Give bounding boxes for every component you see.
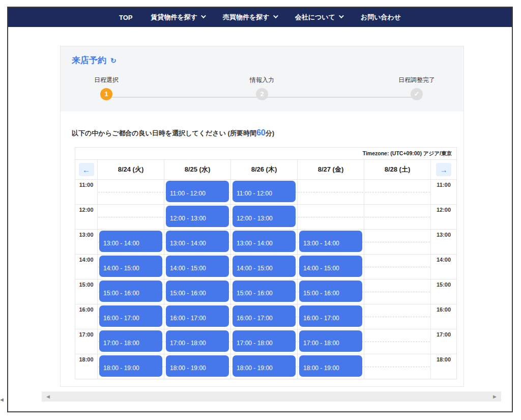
calendar-cell	[364, 329, 431, 354]
nav-item-label: TOP	[119, 14, 133, 21]
calendar-cell	[364, 279, 431, 304]
calendar-cell	[364, 304, 431, 329]
step-1: 日程選択1	[94, 76, 119, 100]
time-slot-button[interactable]: 14:00 - 15:00	[299, 256, 362, 277]
scroll-right-icon[interactable]: ▶	[493, 395, 497, 399]
prev-week-button[interactable]: ←	[79, 163, 94, 176]
time-slot-button[interactable]: 13:00 - 14:00	[299, 231, 362, 252]
title-row: 来店予約 ↻	[72, 54, 117, 66]
reservation-card: 来店予約 ↻ 日程選択1情報入力2日程調整完了✓ 以下の中からご都合の良い日時を…	[60, 46, 464, 387]
calendar-cell: 14:00 - 15:00	[231, 254, 298, 279]
time-slot-button[interactable]: 16:00 - 17:00	[99, 305, 162, 327]
time-label-left: 14:00	[75, 254, 98, 279]
time-slot-button[interactable]: 14:00 - 15:00	[99, 256, 162, 277]
time-slot-button[interactable]: 13:00 - 14:00	[233, 231, 296, 252]
next-week-button[interactable]: →	[436, 163, 451, 176]
calendar-cell: 14:00 - 15:00	[298, 254, 364, 279]
step-number: 1	[100, 88, 112, 100]
time-slot-button[interactable]: 14:00 - 15:00	[166, 256, 229, 277]
time-slot-button[interactable]: 15:00 - 16:00	[233, 281, 296, 302]
nav-item-menu[interactable]: 売買物件を探す	[223, 13, 277, 22]
time-slot-button[interactable]: 16:00 - 17:00	[166, 305, 229, 327]
step-3: 日程調整完了✓	[398, 76, 435, 100]
step-indicator: 日程選択1情報入力2日程調整完了✓	[61, 76, 464, 108]
time-label-right: 11:00	[431, 179, 456, 204]
card-header-section: 来店予約 ↻ 日程選択1情報入力2日程調整完了✓	[61, 46, 464, 111]
calendar-cell: 17:00 - 18:00	[164, 329, 231, 354]
time-slot-button[interactable]: 18:00 - 19:00	[166, 355, 229, 377]
calendar-cell: 14:00 - 15:00	[98, 254, 164, 279]
calendar-cell	[298, 204, 364, 229]
step-number: 2	[256, 88, 268, 100]
time-label-left: 16:00	[75, 304, 98, 329]
nav-item-menu[interactable]: 会社について	[295, 13, 342, 22]
chevron-down-icon	[273, 13, 278, 18]
nav-item-menu[interactable]: お問い合わせ	[361, 13, 401, 22]
time-slot-button[interactable]: 17:00 - 18:00	[299, 330, 362, 352]
nav-items: TOP賃貸物件を探す売買物件を探す会社についてお問い合わせ	[119, 13, 401, 22]
calendar-cell: 15:00 - 16:00	[231, 279, 298, 304]
calendar-cell: 14:00 - 15:00	[164, 254, 231, 279]
calendar-cell: 13:00 - 14:00	[231, 229, 298, 254]
time-slot-button[interactable]: 11:00 - 12:00	[233, 181, 296, 202]
time-label-right: 18:00	[431, 354, 456, 379]
day-header: 8/28 (土)	[364, 160, 431, 179]
nav-item-menu[interactable]: 賃貸物件を探す	[151, 13, 205, 22]
time-slot-button[interactable]: 18:00 - 19:00	[99, 355, 162, 377]
time-slot-button[interactable]: 13:00 - 14:00	[166, 231, 229, 252]
scroll-left-icon[interactable]: ◀	[46, 395, 50, 399]
calendar-cell: 12:00 - 13:00	[164, 204, 231, 229]
half-hour-line	[365, 342, 430, 342]
refresh-icon[interactable]: ↻	[110, 57, 117, 64]
calendar-cell	[98, 204, 164, 229]
time-slot-button[interactable]: 16:00 - 17:00	[233, 305, 296, 327]
time-slot-button[interactable]: 17:00 - 18:00	[99, 330, 162, 352]
half-hour-line	[365, 367, 430, 367]
calendar-header-gutter: →	[431, 160, 456, 179]
window-scroll-left-icon[interactable]: ◀	[0, 397, 4, 402]
time-slot-button[interactable]: 12:00 - 13:00	[166, 206, 229, 227]
half-hour-line	[365, 242, 430, 242]
page-frame: TOP賃貸物件を探す売買物件を探す会社についてお問い合わせ 来店予約 ↻ 日程選…	[7, 7, 513, 412]
time-slot-button[interactable]: 11:00 - 12:00	[166, 181, 229, 202]
half-hour-line	[365, 292, 430, 292]
step-label: 日程調整完了	[398, 76, 435, 85]
time-label-right: 14:00	[431, 254, 456, 279]
time-label-right: 16:00	[431, 304, 456, 329]
time-label-left: 12:00	[75, 204, 98, 229]
calendar-grid: ←8/24 (火)8/25 (水)8/26 (木)8/27 (金)8/28 (土…	[75, 160, 456, 379]
day-header: 8/27 (金)	[298, 160, 364, 179]
duration-value: 60	[256, 128, 266, 137]
calendar-cell: 13:00 - 14:00	[164, 229, 231, 254]
time-slot-button[interactable]: 15:00 - 16:00	[99, 281, 162, 302]
time-slot-button[interactable]: 15:00 - 16:00	[299, 281, 362, 302]
half-hour-line	[298, 192, 363, 192]
time-label-left: 13:00	[75, 229, 98, 254]
calendar-cell: 16:00 - 17:00	[98, 304, 164, 329]
schedule-table: Timezone: (UTC+09:00) アジア/東京 ←8/24 (火)8/…	[75, 147, 457, 379]
time-label-left: 11:00	[75, 179, 98, 204]
time-slot-button[interactable]: 17:00 - 18:00	[233, 330, 296, 352]
time-slot-button[interactable]: 18:00 - 19:00	[233, 355, 296, 377]
nav-item-top[interactable]: TOP	[119, 14, 133, 21]
calendar-cell: 18:00 - 19:00	[98, 354, 164, 379]
time-slot-button[interactable]: 16:00 - 17:00	[299, 305, 362, 327]
half-hour-line	[365, 267, 430, 267]
nav-item-label: 会社について	[295, 13, 335, 22]
time-slot-button[interactable]: 12:00 - 13:00	[233, 206, 296, 227]
time-slot-button[interactable]: 15:00 - 16:00	[166, 281, 229, 302]
time-slot-button[interactable]: 18:00 - 19:00	[299, 355, 362, 377]
horizontal-scrollbar[interactable]: ◀ ▶	[42, 391, 501, 402]
calendar-cell	[298, 179, 364, 204]
nav-item-label: 売買物件を探す	[223, 13, 270, 22]
calendar-cell: 16:00 - 17:00	[164, 304, 231, 329]
time-slot-button[interactable]: 13:00 - 14:00	[99, 231, 162, 252]
time-slot-button[interactable]: 17:00 - 18:00	[166, 330, 229, 352]
calendar-cell	[364, 204, 431, 229]
time-slot-button[interactable]: 14:00 - 15:00	[233, 256, 296, 277]
calendar-cell: 18:00 - 19:00	[298, 354, 364, 379]
calendar-header-gutter: ←	[75, 160, 98, 179]
nav-item-label: お問い合わせ	[361, 13, 401, 22]
timezone-label: Timezone: (UTC+09:00) アジア/東京	[75, 148, 456, 160]
half-hour-line	[298, 217, 363, 217]
